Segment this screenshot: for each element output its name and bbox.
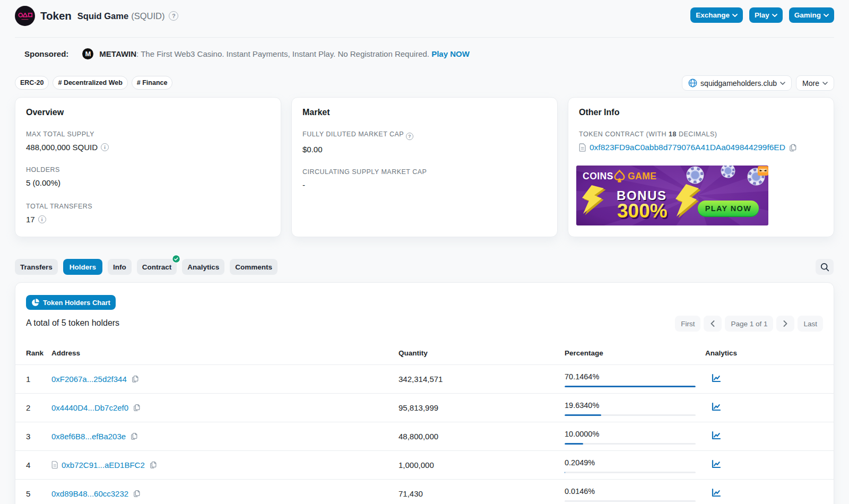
svg-text:PLAY NOW: PLAY NOW: [705, 204, 752, 213]
svg-text:COINS: COINS: [583, 171, 613, 181]
svg-text:300%: 300%: [617, 200, 668, 222]
svg-text:GAME: GAME: [628, 171, 657, 181]
